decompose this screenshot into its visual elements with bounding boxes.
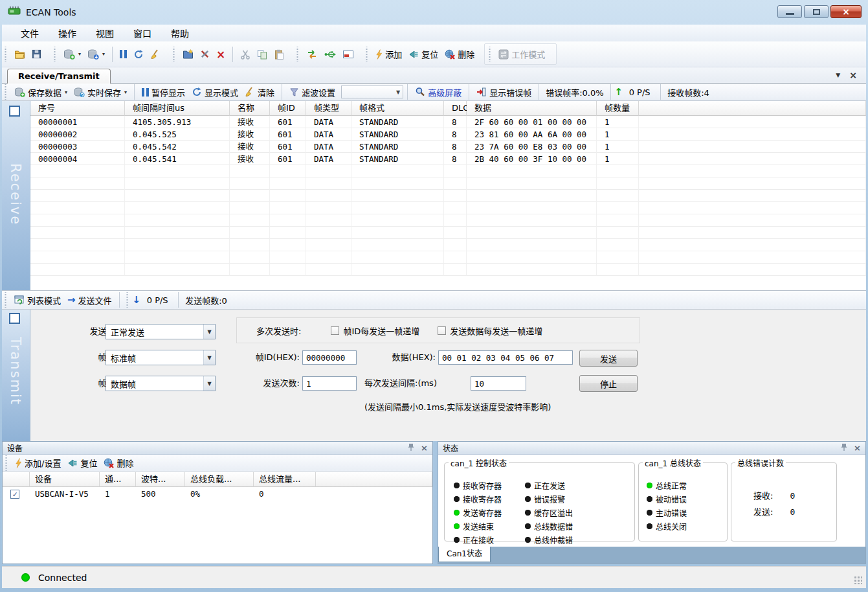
table-row[interactable]: 000000030.045.542接收601DATASTANDARD823 7A…	[30, 141, 866, 153]
tab-receive-transmit[interactable]: Receive/Transmit	[7, 69, 111, 84]
tab-can1-status[interactable]: Can1状态	[438, 547, 491, 562]
refresh-button[interactable]	[130, 47, 147, 62]
menu-window[interactable]: 窗口	[124, 25, 161, 41]
col-header-dlc[interactable]: DLC	[444, 101, 467, 116]
combobox-arrow-icon[interactable]: ▼	[203, 350, 215, 365]
open-file-button[interactable]	[11, 47, 28, 61]
data-increment-checkbox[interactable]	[438, 326, 446, 335]
receive-select-all-checkbox[interactable]	[9, 106, 20, 117]
frame-format-select[interactable]: 数据帧▼	[106, 376, 216, 391]
frame-type-select[interactable]: 标准帧▼	[106, 350, 216, 365]
pin-icon[interactable]	[841, 443, 847, 453]
col-header-name[interactable]: 名称	[230, 101, 270, 116]
transmit-select-all-checkbox[interactable]	[9, 313, 20, 324]
filter-combobox[interactable]: ▼	[341, 85, 403, 98]
copy-button[interactable]	[254, 47, 271, 62]
col-header-frame-count[interactable]: 帧数量	[597, 101, 639, 116]
save-data-db-button[interactable]: ▾	[60, 47, 84, 62]
col-header-data[interactable]: 数据	[467, 101, 597, 116]
resize-grip[interactable]	[854, 576, 862, 584]
receive-strip-label[interactable]: Receive	[8, 163, 23, 225]
device-add-config-button[interactable]: 添加/设置	[12, 455, 64, 471]
table-row[interactable]: 000000020.045.525接收601DATASTANDARD823 81…	[30, 128, 866, 141]
device-delete-button[interactable]: 删除	[100, 455, 137, 471]
settings-tools-button[interactable]	[197, 47, 213, 61]
display-mode-button[interactable]: 显示模式	[188, 84, 241, 100]
device-row[interactable]: ✓ USBCAN-I-V5 1 500 0% 0	[3, 487, 432, 501]
table-row[interactable]: 000000014105.305.913接收601DATASTANDARD82F…	[30, 116, 866, 128]
device-reset-button[interactable]: 复位	[64, 455, 100, 471]
remove-button[interactable]: ×	[213, 48, 228, 61]
menu-operate[interactable]: 操作	[49, 25, 86, 41]
new-connection-button[interactable]	[179, 47, 197, 61]
device-enabled-checkbox[interactable]: ✓	[10, 490, 19, 499]
advanced-mask-button[interactable]: 高级屏蔽	[412, 84, 465, 100]
clear-list-button[interactable]: 清除	[241, 84, 278, 100]
reset-device-button[interactable]: 复位	[405, 46, 441, 62]
led-indicator	[647, 483, 652, 488]
transmit-strip-label[interactable]: Transmit	[8, 337, 23, 405]
panel-view-button[interactable]	[340, 49, 357, 60]
device-col-channel[interactable]: 通...	[100, 472, 136, 487]
paste-button[interactable]	[271, 47, 287, 62]
device-col-busload[interactable]: 总线负载...	[185, 472, 254, 487]
frame-id-increment-checkbox[interactable]	[331, 326, 339, 335]
cut-button[interactable]	[237, 47, 254, 62]
device-panel-close-icon[interactable]: ×	[421, 443, 428, 453]
swap-mode-button[interactable]	[303, 47, 321, 62]
frame-id-increment-option[interactable]: 帧ID每发送一帧递增	[331, 324, 419, 337]
tab-close-icon[interactable]: ×	[849, 70, 857, 80]
tab-list-dropdown-icon[interactable]: ▼	[836, 72, 840, 78]
data-increment-option[interactable]: 发送数据每发送一帧递增	[438, 324, 542, 337]
col-header-frame-format[interactable]: 帧格式	[351, 101, 444, 116]
col-header-index[interactable]: 序号	[30, 101, 125, 116]
dropdown-arrow-icon[interactable]: ▾	[124, 89, 127, 95]
device-col-baud[interactable]: 波特...	[136, 472, 185, 487]
add-device-button[interactable]: 添加	[372, 46, 405, 62]
export-db-button[interactable]: ▾	[84, 47, 108, 62]
pause-button[interactable]	[117, 48, 130, 60]
combobox-arrow-icon[interactable]: ▼	[203, 376, 215, 391]
send-mode-select[interactable]: 正常发送▼	[106, 324, 216, 339]
send-file-button[interactable]: →发送文件	[64, 292, 115, 308]
usb-connect-button[interactable]	[321, 48, 340, 61]
right-arrow-icon: →	[67, 294, 76, 306]
device-col-device[interactable]: 设备	[30, 472, 100, 487]
send-count-input[interactable]	[302, 376, 357, 391]
combobox-arrow-icon[interactable]: ▼	[203, 324, 215, 339]
dropdown-arrow-icon[interactable]: ▾	[102, 51, 105, 57]
menu-help[interactable]: 帮助	[161, 25, 199, 41]
minimize-button[interactable]	[777, 5, 802, 18]
frame-id-input[interactable]	[302, 350, 357, 365]
col-header-frame-type[interactable]: 帧类型	[306, 101, 351, 116]
menu-view[interactable]: 视图	[86, 25, 124, 41]
status-panel-title: 状态	[443, 442, 458, 453]
status-panel-close-icon[interactable]: ×	[854, 443, 861, 453]
work-mode-button[interactable]: 工作模式	[495, 46, 548, 62]
list-mode-button[interactable]: 列表模式	[11, 292, 64, 308]
device-col-busflow[interactable]: 总线流量...	[254, 472, 316, 487]
combobox-arrow-icon[interactable]: ▼	[396, 89, 400, 95]
data-hex-input[interactable]	[438, 350, 573, 365]
stop-button[interactable]: 停止	[579, 375, 638, 392]
clear-button[interactable]	[147, 47, 164, 62]
realtime-save-button[interactable]: 实时保存▾	[71, 84, 130, 100]
dropdown-arrow-icon[interactable]: ▾	[78, 51, 81, 57]
send-button[interactable]: 发送	[579, 350, 638, 367]
pause-display-button[interactable]: 暂停显示	[139, 84, 188, 100]
device-panel: 设备 × 添加/设置 复位 删除 设备 通... 波特... 总线负载...	[2, 441, 433, 564]
close-button[interactable]: ×	[830, 5, 862, 18]
col-header-frame-id[interactable]: 帧ID	[270, 101, 306, 116]
save-data-button[interactable]: 保存数据▾	[11, 84, 71, 100]
dropdown-arrow-icon[interactable]: ▾	[65, 89, 67, 95]
table-row[interactable]: 000000040.045.541接收601DATASTANDARD82B 40…	[30, 153, 866, 165]
menu-file[interactable]: 文件	[11, 25, 49, 41]
send-interval-input[interactable]	[471, 376, 526, 391]
save-button[interactable]	[28, 47, 45, 61]
delete-device-button[interactable]: 删除	[441, 46, 478, 62]
pin-icon[interactable]	[408, 443, 414, 453]
col-header-interval[interactable]: 帧间隔时间us	[125, 101, 230, 116]
filter-settings-button[interactable]: 滤波设置	[286, 84, 339, 100]
show-error-frames-button[interactable]: 显示错误帧	[473, 84, 535, 100]
maximize-button[interactable]	[804, 5, 829, 18]
